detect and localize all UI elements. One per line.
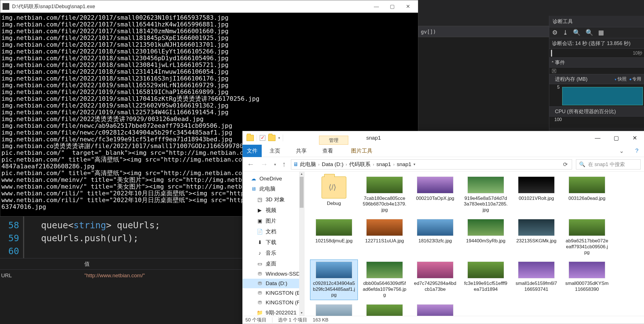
file-item[interactable]: 7cab180eca805cce596b6870cb4e1379.jpg [361, 175, 408, 215]
console-titlebar[interactable]: D:\代码联系\snap1\Debug\snap1.exe — ▢ ✕ [0, 0, 418, 13]
maximize-button[interactable]: ▢ [384, 1, 400, 12]
tree-label: 9期-2022021 [266, 309, 297, 316]
close-button[interactable]: ✕ [400, 1, 416, 12]
nav-tree[interactable]: ▴ ▾ ☁OneDrive🖥此电脑◳3D 对象▶视频▣图片📄文档⬇下载♪音乐▭桌… [243, 172, 304, 316]
minimize-button[interactable]: — [588, 131, 607, 145]
breadcrumb-segment[interactable]: Data (D:) [322, 161, 344, 167]
file-item[interactable]: small002431HmSl716557583 [310, 302, 358, 316]
tree-node[interactable]: ⛃KINGSTON (F:) [243, 298, 304, 307]
breadcrumb-segment[interactable]: 此电脑 [300, 161, 316, 168]
file-item[interactable]: 232135SKGMk.jpg [512, 217, 560, 257]
pictools-tab[interactable]: 图片工具 [343, 145, 380, 157]
file-view[interactable]: Debug7cab180eca805cce596b6870cb4e1379.jp… [304, 172, 644, 316]
file-item[interactable]: ed7c74295284a4bdcb1a73be [411, 260, 459, 300]
close-button[interactable]: ✕ [625, 131, 644, 145]
gear-icon[interactable]: ⚙ [552, 29, 558, 36]
zoomout-icon[interactable]: 🔍 [586, 29, 593, 36]
thumbnail [366, 304, 403, 316]
file-item[interactable]: 122711S1uUA.jpg [361, 217, 408, 257]
diag-events-header[interactable]: 事件 [549, 58, 644, 68]
breadcrumb-segment[interactable]: snap1 [376, 161, 391, 167]
ruler-icon[interactable]: ▦ [598, 29, 604, 36]
file-item[interactable]: dbb00a5646309df5fad6efda1079e756.jpg [361, 260, 408, 300]
view-tab[interactable]: 查看 [315, 145, 341, 157]
thumbnail [518, 176, 555, 193]
back-button[interactable]: ← [246, 160, 256, 169]
file-item[interactable]: 003126a0ead.jpg [563, 175, 611, 215]
file-item[interactable]: small1de5159fm6l7166593741 [512, 260, 560, 300]
pause-icon: ⏸ [552, 69, 556, 73]
breadcrumb[interactable]: 🖥 此电脑›Data (D:)›代码联系›snap1›snap1▾⟳ [291, 159, 572, 169]
quick-access-toolbar[interactable]: ▾ [243, 131, 287, 145]
file-item[interactable]: small0032438MpRt166585443 [411, 302, 459, 316]
diag-timeline[interactable]: 10秒 [549, 49, 644, 58]
diag-cpu-graph[interactable]: 100 [549, 117, 644, 128]
file-item[interactable]: c092812c434904a5b29fc3454485aaf1.jpg [310, 260, 358, 300]
tree-node[interactable]: ♪音乐 [243, 248, 304, 258]
tree-node[interactable]: 📄文档 [243, 226, 304, 237]
file-name: small000735dKYSm116658390 [565, 281, 609, 292]
tree-node[interactable]: ⛃Windows-SSD ( [243, 269, 304, 279]
breadcrumb-segment[interactable]: 代码联系 [349, 161, 370, 168]
tree-node[interactable]: 🖥此电脑 [243, 184, 304, 194]
file-item[interactable]: 181623l3zfc.jpg [411, 217, 459, 257]
file-item[interactable]: 102158djmuE.jpg [310, 217, 358, 257]
file-name: small1de5159fm6l7166593741 [514, 281, 558, 292]
explorer-window: ▾ 管理 snap1 — ▢ ✕ 文件 主页 共享 查看 图片工具 ⌄ ? ← … [242, 131, 644, 324]
folder-icon[interactable] [247, 135, 254, 141]
folder-item[interactable]: Debug [310, 175, 358, 215]
home-tab[interactable]: 主页 [262, 145, 288, 157]
file-item[interactable]: fc3e199e91cf51efff9ea71d1894 [462, 260, 510, 300]
tree-node[interactable]: ☁OneDrive [243, 174, 304, 184]
tree-node[interactable]: ⛃KINGSTON (E:) [243, 288, 304, 298]
qat-dropdown-icon[interactable]: ▾ [278, 136, 280, 140]
tree-node[interactable]: ▭桌面 [243, 258, 304, 269]
tree-node[interactable]: ⬇下载 [243, 237, 304, 248]
file-item[interactable]: 001021VRolt.jpg [512, 175, 560, 215]
tree-node[interactable]: ▶视频 [243, 205, 304, 216]
drive-icon: ⛃ [257, 290, 263, 296]
folder-icon[interactable] [268, 135, 275, 141]
status-size: 163 KB [313, 317, 329, 323]
forward-button[interactable]: → [259, 160, 269, 169]
tree-node[interactable]: ◳3D 对象 [243, 194, 304, 205]
minimize-button[interactable]: — [369, 1, 384, 12]
thumbnail [417, 176, 453, 193]
up-button[interactable]: ↑ [281, 160, 287, 169]
help-icon[interactable]: ? [630, 148, 644, 154]
export-icon[interactable]: ⤓ [563, 29, 568, 36]
tree-scrollbar[interactable]: ▴ ▾ [299, 172, 304, 316]
thumbnail [518, 219, 555, 236]
file-item[interactable]: 194400mSyRb.jpg [462, 217, 510, 257]
file-name: 194400mSyRb.jpg [466, 238, 505, 244]
diag-mem-header[interactable]: 进程内存 (MB) 快照 专用 [549, 74, 644, 84]
share-tab[interactable]: 共享 [288, 145, 315, 157]
tree-label: 图片 [266, 217, 276, 225]
tree-node[interactable]: ⛃Data (D:) [243, 279, 304, 288]
checkbox-icon[interactable] [260, 135, 265, 141]
breadcrumb-segment[interactable]: snap1 [397, 161, 412, 167]
recent-dropdown-icon[interactable]: ▾ [273, 162, 277, 167]
ribbon-expand-icon[interactable]: ⌄ [614, 148, 630, 154]
file-item[interactable]: 000210TaOpX.jpg [411, 175, 459, 215]
file-item[interactable]: ab9a62517bbe072eeaff79341cb09506.jpg [563, 217, 611, 257]
diag-mem-graph[interactable]: 5 [549, 84, 644, 107]
zoomin-icon[interactable]: 🔍 [573, 29, 580, 36]
manage-tab[interactable]: 管理 [319, 136, 348, 145]
file-tab[interactable]: 文件 [243, 145, 262, 157]
file-name: 003126a0ead.jpg [568, 196, 605, 201]
refresh-button[interactable]: ⟳ [561, 161, 570, 168]
tree-node[interactable]: ▣图片 [243, 216, 304, 226]
search-input[interactable]: 🔍 在 snap1 中搜索 [576, 159, 641, 169]
thumbnail [518, 262, 555, 278]
file-item[interactable]: small002623N10if1665937583 [361, 302, 408, 316]
file-item[interactable]: small000735dKYSm116658390 [563, 260, 611, 300]
diag-cpu-header[interactable]: CPU (所有处理器的百分比) [549, 107, 644, 117]
tree-node[interactable]: 📁9期-2022021 [243, 307, 304, 316]
ribbon-tabs[interactable]: 文件 主页 共享 查看 图片工具 ⌄ ? [243, 145, 644, 157]
file-name: 232135SKGMk.jpg [516, 238, 557, 244]
maximize-button[interactable]: ▢ [607, 131, 625, 145]
diag-toolbar[interactable]: ⚙ ⤓ 🔍 🔍 ▦ [549, 27, 644, 38]
thumbnail [366, 219, 403, 236]
file-item[interactable]: 919e45e8a57d4d7d3a783eeb110a7285.jpg [462, 175, 510, 215]
